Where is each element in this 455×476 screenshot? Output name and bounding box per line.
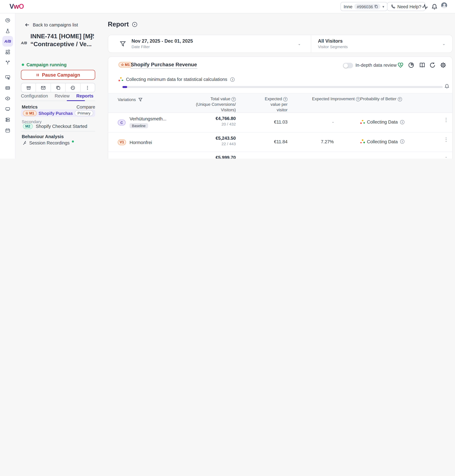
settings-gear-icon[interactable] xyxy=(440,62,446,68)
info-icon[interactable]: i xyxy=(230,77,235,82)
calendar-icon[interactable] xyxy=(5,128,10,133)
tab-reports[interactable]: Reports xyxy=(76,94,93,100)
segments-layers-icon[interactable] xyxy=(5,117,10,122)
visitor-segment-label: Visitor Segments xyxy=(318,45,348,49)
variation-badge: C xyxy=(118,119,126,126)
more-options-button[interactable] xyxy=(81,83,95,92)
expected-improvement-cell: 7.27% xyxy=(321,139,334,144)
data-progress-bar xyxy=(122,86,443,88)
campaign-action-bar xyxy=(21,83,95,92)
campaign-tabs: Configuration Review Reports xyxy=(21,94,95,100)
health-heart-icon[interactable] xyxy=(397,62,404,68)
docs-book-icon[interactable] xyxy=(419,62,425,68)
metric-title[interactable]: Shopify Purchase Revenue xyxy=(131,62,197,69)
edit-pencil-icon[interactable] xyxy=(90,33,95,38)
data-archive-icon[interactable] xyxy=(5,85,10,90)
dashboard-gauge-icon[interactable] xyxy=(5,18,10,23)
report-content: Report Nov 27, 2025 - Dec 01, 2025 Date … xyxy=(104,13,455,159)
star-icon: ☆ xyxy=(121,63,124,67)
kebab-menu-icon xyxy=(85,85,90,90)
row-kebab-menu[interactable]: ⋮ xyxy=(444,158,447,159)
duplicate-button[interactable] xyxy=(51,83,65,92)
play-circle-icon[interactable] xyxy=(132,22,138,27)
behaviour-analysis-heading: Behaviour Analysis xyxy=(22,134,64,139)
activity-pulse-icon[interactable] xyxy=(422,4,428,10)
row-kebab-menu[interactable]: ⋮ xyxy=(444,138,447,141)
archive-icon xyxy=(26,85,31,90)
collecting-data-icon xyxy=(119,77,123,82)
account-selector[interactable]: Inne #996036 ▾ xyxy=(341,2,387,11)
campaign-panel: Back to campaigns list A/B INNE-741 [HOM… xyxy=(16,13,104,159)
pause-icon xyxy=(36,73,40,77)
compare-link[interactable]: Compare xyxy=(76,105,95,109)
row-kebab-menu[interactable]: ⋮ xyxy=(444,119,447,121)
notify-bell-icon[interactable] xyxy=(444,84,449,89)
primary-metric-item[interactable]: ☆M1 Shopify Purchas... Primary xyxy=(21,109,95,117)
vwo-logo[interactable]: VwO xyxy=(9,3,24,11)
account-id-badge: #996036 xyxy=(354,4,381,9)
session-recordings-link[interactable]: Session Recordings xyxy=(22,141,74,145)
table-row-C: CVerhütungsmeth...Baseline€4,766.8020 / … xyxy=(108,113,452,133)
panel-divider xyxy=(21,131,95,131)
layouts-grid-icon[interactable] xyxy=(5,49,10,55)
chevron-down-icon[interactable]: ⌄ xyxy=(298,42,301,46)
chevron-down-icon: ▾ xyxy=(382,5,384,8)
back-to-campaigns-link[interactable]: Back to campaigns list xyxy=(25,23,78,27)
metric-m2-badge: M2 xyxy=(23,124,33,129)
need-help-button[interactable]: Need Help? xyxy=(387,2,425,11)
mail-icon xyxy=(41,85,46,90)
secondary-label: Secondary xyxy=(22,119,42,124)
account-name: Inne xyxy=(344,4,352,9)
total-value-cell: €5,243.5022 / 443 xyxy=(216,136,236,146)
campaign-title: INNE-741 [HOME] [M]: “Contraceptive / Ve… xyxy=(30,32,98,48)
info-icon[interactable]: i xyxy=(400,120,405,124)
copy-icon[interactable] xyxy=(374,5,378,8)
email-report-button[interactable] xyxy=(36,83,51,92)
expected-value-cell: €11.03 xyxy=(274,119,288,124)
secondary-metric-item[interactable]: M2 Shopify Checkout Started xyxy=(23,124,87,129)
variation-badge: V1 xyxy=(118,139,126,145)
tab-configuration[interactable]: Configuration xyxy=(21,94,48,100)
baseline-chip: Baseline xyxy=(130,123,148,128)
table-row-V2: V2Natürlich€5,999.7024 / 462€12.9917.69%… xyxy=(108,152,452,159)
col-expected-value: Expected ? xyxy=(265,96,288,102)
goal-target-icon[interactable] xyxy=(5,96,10,101)
pie-chart-icon[interactable] xyxy=(408,62,414,68)
filter-funnel-icon[interactable] xyxy=(138,97,143,102)
filters-bar: Nov 27, 2025 - Dec 01, 2025 Date Filter … xyxy=(108,35,452,53)
vwo-app: VwO Inne #996036 ▾ Need Help? A/B xyxy=(0,0,455,159)
total-value-cell: €4,766.8020 / 432 xyxy=(216,116,236,126)
primary-metric-name: Shopify Purchas... xyxy=(39,111,73,116)
status-dot xyxy=(22,63,24,66)
variation-name: Hormonfrei xyxy=(130,140,152,145)
total-value-cell: €5,999.7024 / 462 xyxy=(216,155,236,159)
info-icon[interactable]: i xyxy=(400,139,405,144)
visitor-segment-value[interactable]: All Visitors xyxy=(318,38,342,44)
arrow-left-icon xyxy=(25,23,30,27)
pause-campaign-button[interactable]: Pause Campaign xyxy=(21,70,95,80)
archive-button[interactable] xyxy=(21,83,36,92)
user-avatar[interactable] xyxy=(441,2,447,8)
heatmap-screen-icon[interactable] xyxy=(5,107,10,112)
experiments-flask-icon[interactable] xyxy=(5,28,10,33)
copy-icon xyxy=(56,85,61,90)
click-pointer-icon[interactable] xyxy=(5,75,10,80)
expected-value-cell: €11.84 xyxy=(274,139,288,144)
tab-review[interactable]: Review xyxy=(55,94,70,100)
ab-testing-nav-active[interactable]: A/B xyxy=(2,36,13,47)
star-icon: ☆ xyxy=(25,111,28,115)
active-tab-underline xyxy=(67,100,85,101)
split-url-funnel-icon[interactable] xyxy=(5,60,10,65)
history-clock-icon xyxy=(70,85,75,90)
metric-m1-badge: ☆M1 xyxy=(23,110,37,116)
expected-improvement-cell: - xyxy=(332,119,334,124)
in-depth-review-toggle[interactable] xyxy=(343,63,353,68)
notifications-bell-icon[interactable] xyxy=(431,4,438,10)
probability-cell: Collecting Datai xyxy=(360,139,405,144)
history-button[interactable] xyxy=(66,83,81,92)
refresh-icon[interactable] xyxy=(429,62,436,68)
metric-report-card: ☆M1 Shopify Purchase Revenue In-depth da… xyxy=(108,57,452,159)
date-filter-value[interactable]: Nov 27, 2025 - Dec 01, 2025 xyxy=(131,38,193,44)
chevron-down-icon[interactable]: ⌄ xyxy=(442,42,445,46)
variations-table-header: Variations Total value ? (Unique Convers… xyxy=(108,93,452,113)
